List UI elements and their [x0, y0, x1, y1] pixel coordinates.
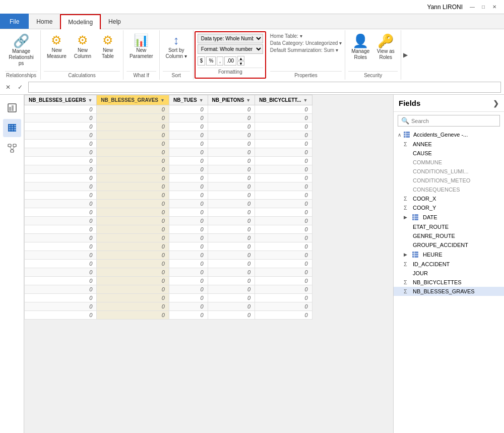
increase-decimal-button[interactable]: ▲	[237, 56, 244, 60]
item-label-cause: CAUSE	[413, 150, 494, 156]
item-label-etat-route: ETAT_ROUTE	[413, 224, 494, 230]
ribbon-group-calculations: ⚙ NewMeasure ⚙ NewColumn ⚙ NewTable Calc…	[41, 30, 123, 80]
table-cell: 0	[97, 285, 169, 294]
col-filter-blesses-legers[interactable]: ▼	[88, 98, 92, 103]
table-row: 00000	[25, 260, 312, 268]
datatype-select[interactable]: Data type: Whole Number ▾	[198, 34, 263, 43]
expand-heure-icon[interactable]: ▶	[404, 252, 409, 257]
table-cell: 0	[25, 157, 97, 165]
tree-item-genre-route[interactable]: GENRE_ROUTE	[394, 231, 504, 240]
nav-model-icon[interactable]	[3, 139, 21, 157]
tree-table-header[interactable]: ∧ Accidents_Geneve -...	[394, 130, 504, 140]
new-parameter-button[interactable]: 📊 NewParameter	[127, 32, 156, 61]
fields-search-box: 🔍	[398, 115, 500, 127]
new-table-button[interactable]: ⚙ NewTable	[96, 32, 120, 61]
table-row: 00000	[25, 311, 312, 320]
sort-by-column-button[interactable]: ↕ Sort byColumn ▾	[163, 32, 190, 61]
col-header-bicyclettes[interactable]: NB_BICYCLETT... ▼	[255, 95, 312, 105]
table-cell: 0	[169, 174, 208, 182]
table-row: 00000	[25, 225, 312, 234]
tree-collapse-icon[interactable]: ∧	[398, 132, 401, 138]
col-filter-blesses-graves[interactable]: ▼	[160, 98, 165, 103]
col-header-blesses-graves[interactable]: NB_BLESSES_GRAVES ▼	[97, 95, 169, 105]
table-cell: 0	[97, 234, 169, 242]
tree-item-coor-y[interactable]: Σ COOR_Y	[394, 203, 504, 212]
table-cell: 0	[208, 251, 255, 260]
item-label-heure: HEURE	[423, 252, 494, 258]
tree-item-consequences[interactable]: CONSEQUENCES	[394, 185, 504, 194]
table-cell: 0	[169, 277, 208, 285]
decrease-decimal-button[interactable]: ▼	[237, 61, 244, 66]
formula-input[interactable]	[28, 82, 501, 93]
table-cell: 0	[25, 234, 97, 242]
tab-help[interactable]: Help	[101, 14, 129, 29]
tree-item-cause[interactable]: CAUSE	[394, 149, 504, 158]
search-icon: 🔍	[401, 117, 409, 125]
table-cell: 0	[208, 268, 255, 277]
fields-search-input[interactable]	[411, 118, 496, 124]
decimal-button[interactable]: .00	[224, 56, 236, 66]
view-as-roles-button[interactable]: 🔑 View asRoles	[373, 32, 398, 63]
table-cell: 0	[97, 302, 169, 311]
tab-modeling[interactable]: Modeling	[60, 14, 101, 29]
tree-item-commune[interactable]: COMMUNE	[394, 158, 504, 167]
percent-button[interactable]: %	[206, 56, 216, 66]
col-filter-tues[interactable]: ▼	[199, 98, 204, 103]
table-cell: 0	[97, 294, 169, 302]
tree-item-groupe-accident[interactable]: GROUPE_ACCIDENT	[394, 240, 504, 250]
table-cell: 0	[25, 285, 97, 294]
col-header-blesses-legers[interactable]: NB_BLESSES_LEGERS ▼	[25, 95, 97, 105]
tab-home[interactable]: Home	[29, 14, 60, 29]
tree-item-nb-blesses-graves[interactable]: Σ NB_BLESSES_GRAVES	[394, 287, 504, 296]
minimize-btn[interactable]: —	[468, 3, 477, 12]
tree-item-date[interactable]: ▶ DATE	[394, 212, 504, 222]
currency-button[interactable]: $	[198, 56, 206, 66]
table-cell: 0	[255, 294, 312, 302]
formula-confirm-button[interactable]: ✓	[15, 82, 25, 92]
tree-item-heure[interactable]: ▶ HEURE	[394, 250, 504, 260]
sigma-icon-coor-x: Σ	[404, 196, 410, 202]
new-column-button[interactable]: ⚙ NewColumn	[71, 32, 95, 61]
comma-button[interactable]: ,	[217, 56, 223, 66]
close-btn[interactable]: ✕	[490, 3, 499, 12]
grid-container[interactable]: NB_BLESSES_LEGERS ▼ NB_BLESSES_GRAVES ▼	[24, 95, 393, 433]
table-cell: 0	[25, 251, 97, 260]
tree-item-annee[interactable]: Σ ANNEE	[394, 140, 504, 149]
new-parameter-icon: 📊	[134, 34, 149, 46]
tree-item-id-accident[interactable]: Σ ID_ACCIDENT	[394, 260, 504, 269]
format-select[interactable]: Format: Whole number ▾	[198, 44, 263, 54]
col-header-tues[interactable]: NB_TUES ▼	[169, 95, 208, 105]
nav-data-icon[interactable]	[3, 119, 21, 137]
manage-relationships-button[interactable]: 🔗 ManageRelationships	[5, 32, 37, 69]
tree-item-conditions-lumi[interactable]: CONDITIONS_LUMI...	[394, 167, 504, 176]
tree-item-etat-route[interactable]: ETAT_ROUTE	[394, 222, 504, 231]
col-header-pietons[interactable]: NB_PIETONS ▼	[208, 95, 255, 105]
table-cell: 0	[25, 242, 97, 251]
fields-expand-icon[interactable]: ❯	[493, 99, 499, 107]
col-filter-bicyclettes[interactable]: ▼	[303, 98, 308, 103]
ribbon-group-formatting: Data type: Whole Number ▾ Format: Whole …	[195, 31, 266, 79]
tree-item-coor-x[interactable]: Σ COOR_X	[394, 194, 504, 203]
tree-item-jour[interactable]: JOUR	[394, 269, 504, 278]
formula-cancel-button[interactable]: ✕	[3, 82, 13, 92]
table-row: 00000	[25, 174, 312, 182]
item-label-id-accident: ID_ACCIDENT	[413, 261, 494, 267]
new-measure-button[interactable]: ⚙ NewMeasure	[44, 32, 70, 61]
expand-date-icon[interactable]: ▶	[404, 215, 409, 220]
col-filter-pietons[interactable]: ▼	[246, 98, 250, 103]
tab-file[interactable]: File	[0, 14, 29, 29]
table-cell: 0	[25, 268, 97, 277]
manage-roles-button[interactable]: 👤 ManageRoles	[348, 32, 372, 63]
table-cell: 0	[169, 200, 208, 208]
new-measure-icon: ⚙	[51, 34, 62, 46]
maximize-btn[interactable]: □	[479, 3, 488, 12]
table-cell: 0	[208, 122, 255, 131]
table-cell: 0	[97, 191, 169, 200]
tree-item-conditions-meteo[interactable]: CONDITIONS_METEO	[394, 176, 504, 185]
formatting-group-label: Formatting	[198, 68, 263, 76]
ribbon-expand-button[interactable]: ▶	[401, 30, 410, 80]
view-as-roles-icon: 🔑	[377, 34, 394, 47]
nav-report-icon[interactable]	[3, 99, 21, 117]
table-cell: 0	[208, 277, 255, 285]
tree-item-nb-bicyclettes[interactable]: Σ NB_BICYCLETTES	[394, 278, 504, 287]
